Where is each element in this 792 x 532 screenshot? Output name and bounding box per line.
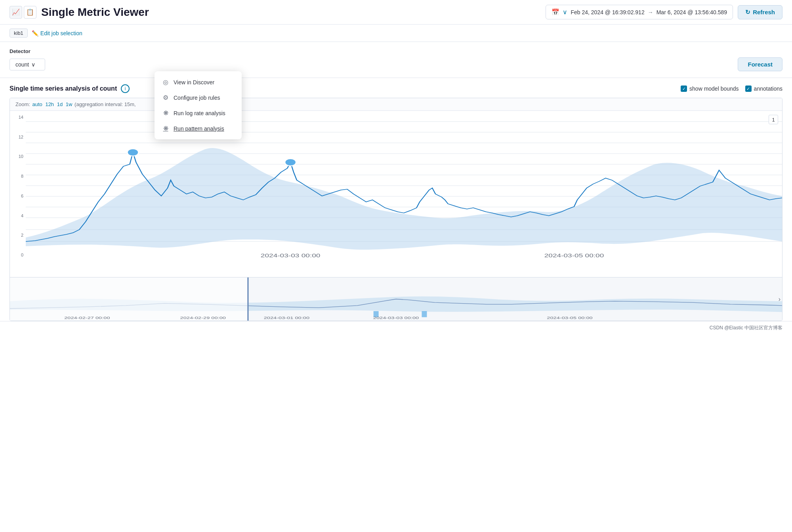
- controls-bar: Detector count ∨ Forecast: [0, 42, 792, 78]
- chart-controls: ✓ show model bounds ✓ annotations: [681, 86, 782, 92]
- chart-inner: 2024-03-03 00:00 2024-03-05 00:00 1: [26, 111, 782, 261]
- svg-point-13: [285, 159, 296, 166]
- edit-icon: ✏️: [32, 30, 38, 36]
- date-arrow: →: [648, 9, 653, 15]
- breadcrumb-bar: kib1 ✏️ Edit job selection: [0, 25, 792, 42]
- main-chart-svg: 2024-03-03 00:00 2024-03-05 00:00: [26, 111, 782, 261]
- svg-text:2024-03-01 00:00: 2024-03-01 00:00: [264, 315, 309, 320]
- zoom-label: Zoom:: [15, 101, 30, 107]
- refresh-label: Refresh: [753, 9, 775, 15]
- page-title: Single Metric Viewer: [41, 6, 149, 19]
- context-menu-label-pattern: Run pattern analysis: [174, 125, 224, 132]
- edit-job-label: Edit job selection: [40, 30, 82, 36]
- refresh-button[interactable]: ↻ Refresh: [738, 5, 782, 19]
- zoom-1w[interactable]: 1w: [66, 101, 73, 107]
- y-axis: 14 12 10 8 6 4 2 0: [10, 111, 26, 261]
- date-to: Mar 6, 2024 @ 13:56:40.589: [657, 9, 727, 15]
- y-label-6: 6: [12, 194, 23, 198]
- info-icon[interactable]: i: [121, 84, 130, 93]
- svg-text:2024-02-27 00:00: 2024-02-27 00:00: [64, 315, 110, 320]
- count-chevron-icon: ∨: [31, 61, 35, 68]
- annotations-label: annotations: [754, 86, 782, 92]
- zoom-auto[interactable]: auto: [32, 101, 42, 107]
- main-chart: 14 12 10 8 6 4 2 0: [10, 111, 782, 277]
- y-label-4: 4: [12, 213, 23, 218]
- y-label-10: 10: [12, 154, 23, 159]
- zoom-suffix: (aggregation interval: 15m,: [74, 101, 136, 107]
- chart-zoom: Zoom: auto 12h 1d 1w (aggregation interv…: [10, 98, 782, 111]
- analysis-header: Single time series analysis of count i ✓…: [10, 84, 782, 93]
- y-label-8: 8: [12, 174, 23, 179]
- controls-row: count ∨ Forecast: [10, 57, 782, 71]
- analysis-section: Single time series analysis of count i ✓…: [0, 78, 792, 93]
- header: 📈 📋 Single Metric Viewer 📅 ∨ Feb 24, 202…: [0, 0, 792, 25]
- svg-rect-18: [10, 277, 248, 321]
- zoom-links[interactable]: auto 12h 1d 1w: [31, 101, 74, 107]
- detector-label: Detector: [10, 48, 782, 54]
- y-label-12: 12: [12, 135, 23, 139]
- header-right: 📅 ∨ Feb 24, 2024 @ 16:39:02.912 → Mar 6,…: [546, 5, 782, 19]
- y-label-14: 14: [12, 115, 23, 120]
- svg-text:2024-03-05 00:00: 2024-03-05 00:00: [547, 315, 592, 320]
- y-label-0: 0: [12, 253, 23, 257]
- footer-text: CSDN @Elastic 中国社区官方博客: [710, 325, 782, 331]
- svg-point-12: [127, 149, 139, 156]
- header-left: 📈 📋 Single Metric Viewer: [10, 6, 149, 19]
- minimap-area[interactable]: 2024-02-27 00:00 2024-02-29 00:00 2024-0…: [10, 277, 782, 321]
- svg-text:2024-03-03 00:00: 2024-03-03 00:00: [373, 315, 419, 320]
- svg-rect-17: [422, 311, 427, 317]
- date-range-picker[interactable]: 📅 ∨ Feb 24, 2024 @ 16:39:02.912 → Mar 6,…: [546, 5, 733, 19]
- forecast-button[interactable]: Forecast: [738, 57, 782, 71]
- context-menu-item-configure-rules[interactable]: ⚙ Configure job rules: [155, 90, 242, 105]
- edit-job-selection[interactable]: ✏️ Edit job selection: [32, 30, 82, 36]
- pattern-icon: ❋: [162, 125, 170, 132]
- chart-view-icon[interactable]: 📈: [10, 6, 22, 19]
- context-menu-label-log-rate: Run log rate analysis: [174, 110, 225, 116]
- context-menu-label-view-discover: View in Discover: [174, 79, 214, 86]
- footer: CSDN @Elastic 中国社区官方博客: [0, 321, 792, 334]
- show-model-bounds-check: ✓: [681, 86, 687, 92]
- svg-text:2024-03-05 00:00: 2024-03-05 00:00: [544, 253, 604, 258]
- anomaly-badge: 1: [769, 115, 778, 124]
- context-menu-item-log-rate[interactable]: ❋ Run log rate analysis: [155, 105, 242, 121]
- date-from: Feb 24, 2024 @ 16:39:02.912: [571, 9, 644, 15]
- kib-badge[interactable]: kib1: [10, 28, 28, 38]
- annotations-check: ✓: [745, 86, 752, 92]
- minimap-scroll-right[interactable]: ›: [779, 296, 781, 303]
- chart-area: Zoom: auto 12h 1d 1w (aggregation interv…: [10, 98, 782, 321]
- view-discover-icon: ◎: [162, 78, 170, 86]
- date-dropdown-icon: ∨: [563, 8, 567, 16]
- x-axis: [26, 261, 782, 277]
- svg-text:2024-02-29 00:00: 2024-02-29 00:00: [180, 315, 226, 320]
- calendar-icon: 📅: [552, 8, 559, 16]
- minimap-svg: 2024-02-27 00:00 2024-02-29 00:00 2024-0…: [10, 277, 782, 321]
- context-menu: ◎ View in Discover ⚙ Configure job rules…: [155, 71, 242, 139]
- context-menu-item-view-discover[interactable]: ◎ View in Discover: [155, 74, 242, 90]
- y-label-2: 2: [12, 233, 23, 238]
- context-menu-label-configure-rules: Configure job rules: [174, 95, 220, 101]
- zoom-1d[interactable]: 1d: [57, 101, 63, 107]
- context-menu-item-pattern[interactable]: ❋ Run pattern analysis: [155, 121, 242, 136]
- annotations-checkbox[interactable]: ✓ annotations: [745, 86, 782, 92]
- table-view-icon[interactable]: 📋: [24, 6, 36, 19]
- show-model-bounds-checkbox[interactable]: ✓ show model bounds: [681, 86, 739, 92]
- configure-rules-icon: ⚙: [162, 94, 170, 101]
- zoom-12h[interactable]: 12h: [45, 101, 54, 107]
- count-value: count: [15, 61, 29, 68]
- header-icons: 📈 📋: [10, 6, 36, 19]
- analysis-title: Single time series analysis of count: [10, 85, 117, 92]
- checkmark-icon: ✓: [682, 86, 686, 91]
- svg-text:2024-03-03 00:00: 2024-03-03 00:00: [261, 253, 321, 258]
- refresh-icon: ↻: [745, 9, 750, 16]
- log-rate-icon: ❋: [162, 109, 170, 117]
- show-model-bounds-label: show model bounds: [689, 86, 739, 92]
- count-detector-select[interactable]: count ∨: [10, 59, 45, 70]
- annotations-checkmark-icon: ✓: [746, 86, 750, 91]
